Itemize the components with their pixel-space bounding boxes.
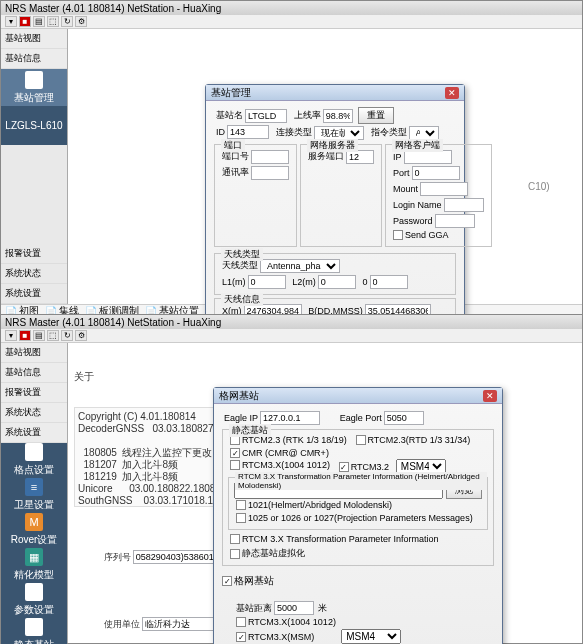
nav2-rover[interactable]: МRover设置 bbox=[1, 513, 67, 548]
tb2-menu[interactable]: ▾ bbox=[5, 330, 17, 341]
l1-input[interactable] bbox=[248, 275, 286, 289]
base-icon: ⌂ bbox=[25, 71, 43, 89]
tb-open-icon[interactable]: ▤ bbox=[33, 16, 45, 27]
online-input[interactable] bbox=[323, 109, 353, 123]
chk11[interactable] bbox=[236, 632, 246, 642]
chk3[interactable] bbox=[230, 448, 240, 458]
chk4[interactable] bbox=[230, 460, 240, 470]
app2-toolbar: ▾ ■ ▤ ⬚ ↻ ⚙ bbox=[1, 329, 582, 343]
ip-input[interactable] bbox=[404, 150, 452, 164]
model-icon: ▦ bbox=[25, 548, 43, 566]
cmd-type[interactable]: Auto bbox=[409, 126, 439, 140]
sel2[interactable]: MSM4 bbox=[341, 629, 401, 644]
tb-refresh-icon[interactable]: ↻ bbox=[61, 16, 73, 27]
canvas: C10) 基站管理✕ 基站名 上线率 重置 ID 连接类型现在朝窗口 指令类型A… bbox=[68, 29, 582, 304]
port-input[interactable] bbox=[251, 150, 289, 164]
chk9[interactable] bbox=[230, 549, 240, 559]
chk7[interactable] bbox=[236, 513, 246, 523]
bg-text: C10) bbox=[528, 181, 550, 192]
ant-type[interactable]: Antenna_phase bbox=[260, 259, 340, 273]
cport-input[interactable] bbox=[412, 166, 460, 180]
tb-menu[interactable]: ▾ bbox=[5, 16, 17, 27]
h0-input[interactable] bbox=[370, 275, 408, 289]
close-icon-2[interactable]: ✕ bbox=[483, 390, 497, 402]
nav2-sat[interactable]: ≡卫星设置 bbox=[1, 478, 67, 513]
nav2-model[interactable]: ▦精化模型 bbox=[1, 548, 67, 583]
nav2-param[interactable]: ◉参数设置 bbox=[1, 583, 67, 618]
name-input[interactable] bbox=[245, 109, 287, 123]
baud-input[interactable] bbox=[251, 166, 289, 180]
pwd-input[interactable] bbox=[435, 214, 475, 228]
grid-enable[interactable] bbox=[222, 576, 232, 586]
chk6[interactable] bbox=[236, 500, 246, 510]
static-icon: ▲ bbox=[25, 618, 43, 636]
mount-input[interactable] bbox=[420, 182, 468, 196]
about-header: 关于 bbox=[74, 371, 576, 383]
l2-input[interactable] bbox=[318, 275, 356, 289]
nav-lzgls[interactable]: LZGLS-L610 bbox=[1, 107, 67, 145]
reset-button[interactable]: 重置 bbox=[358, 107, 394, 124]
chk8[interactable] bbox=[230, 534, 240, 544]
tb2-refresh[interactable]: ↻ bbox=[61, 330, 73, 341]
app1-titlebar: NRS Master (4.01 180814) NetStation - Hu… bbox=[1, 1, 582, 15]
chk5[interactable] bbox=[339, 462, 349, 472]
nav-sys-status[interactable]: 系统状态 bbox=[1, 264, 67, 284]
nav2-settings[interactable]: 系统设置 bbox=[1, 423, 67, 443]
nav2-static[interactable]: ▲静态基站 bbox=[1, 618, 67, 644]
nav-base-view[interactable]: 基站视图 bbox=[1, 29, 67, 49]
nav-base-info[interactable]: 基站信息 bbox=[1, 49, 67, 69]
chk2[interactable] bbox=[356, 435, 366, 445]
nav2-view[interactable]: 基站视图 bbox=[1, 343, 67, 363]
nav2-info[interactable]: 基站信息 bbox=[1, 363, 67, 383]
login-input[interactable] bbox=[444, 198, 484, 212]
tb2-open[interactable]: ▤ bbox=[33, 330, 45, 341]
left-nav-2: 基站视图 基站信息 报警设置 系统状态 系统设置 ⚙格点设置 ≡卫星设置 МRo… bbox=[1, 343, 68, 643]
nav2-grid[interactable]: ⚙格点设置 bbox=[1, 443, 67, 478]
eagle-ip[interactable] bbox=[260, 411, 320, 425]
id-input[interactable] bbox=[227, 125, 269, 139]
grid-dialog: 格网基站✕ Eagle IP Eagle Port 静态基站 RTCM2.3 (… bbox=[213, 387, 503, 644]
sat-icon: ≡ bbox=[25, 478, 43, 496]
tb-red-icon[interactable]: ■ bbox=[19, 16, 31, 27]
eagle-port[interactable] bbox=[384, 411, 424, 425]
close-icon[interactable]: ✕ bbox=[445, 87, 459, 99]
chk10[interactable] bbox=[236, 617, 246, 627]
nav-base-mgmt[interactable]: ⌂基站管理 bbox=[1, 69, 67, 107]
nav2-alarm[interactable]: 报警设置 bbox=[1, 383, 67, 403]
tb2-gear[interactable]: ⚙ bbox=[75, 330, 87, 341]
srv-port[interactable] bbox=[346, 150, 374, 164]
rover-icon: М bbox=[25, 513, 43, 531]
tb-save-icon[interactable]: ⬚ bbox=[47, 16, 59, 27]
param-icon: ◉ bbox=[25, 583, 43, 601]
nav-alarm[interactable]: 报警设置 bbox=[1, 244, 67, 264]
conn-type[interactable]: 现在朝窗口 bbox=[314, 126, 364, 140]
dist-input[interactable] bbox=[274, 601, 314, 615]
gear-icon: ⚙ bbox=[25, 443, 43, 461]
canvas-2: 关于 Copyright (C) 4.01.180814 DecoderGNSS… bbox=[68, 343, 582, 643]
sendgga-check[interactable] bbox=[393, 230, 403, 240]
nav2-status[interactable]: 系统状态 bbox=[1, 403, 67, 423]
nav-sys-settings[interactable]: 系统设置 bbox=[1, 284, 67, 304]
dlg1-title[interactable]: 基站管理✕ bbox=[206, 85, 464, 101]
app2-titlebar: NRS Master (4.01 180814) NetStation - Hu… bbox=[1, 315, 582, 329]
left-nav: 基站视图 基站信息 ⌂基站管理 LZGLS-L610 报警设置 系统状态 系统设… bbox=[1, 29, 68, 304]
tb2-save[interactable]: ⬚ bbox=[47, 330, 59, 341]
app1-toolbar: ▾ ■ ▤ ⬚ ↻ ⚙ bbox=[1, 15, 582, 29]
tb-gear-icon[interactable]: ⚙ bbox=[75, 16, 87, 27]
dlg2-title[interactable]: 格网基站✕ bbox=[214, 388, 502, 404]
tb2-red-icon[interactable]: ■ bbox=[19, 330, 31, 341]
